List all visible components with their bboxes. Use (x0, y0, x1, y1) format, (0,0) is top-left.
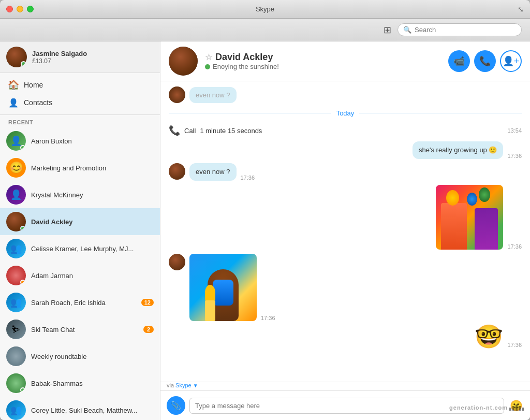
chat-header-status: Enoying the sunshine! (205, 63, 441, 70)
contact-avatar-adam (6, 266, 26, 285)
title-bar: Skype ⤡ (0, 0, 530, 19)
contact-avatar-corey: 👥 (6, 400, 26, 420)
search-bar[interactable]: 🔍 (398, 23, 522, 36)
contact-avatar-ski: ⛷ (6, 320, 26, 339)
msg-time-1: 17:36 (507, 153, 522, 159)
video-call-icon: 📹 (453, 55, 465, 67)
contact-avatar-weekly (6, 346, 26, 366)
contact-item-krystal[interactable]: 👤 Krystal McKinney (0, 181, 160, 208)
msg-time-3: 17:36 (507, 243, 522, 250)
nav-contacts-label: Contacts (24, 98, 52, 107)
contact-name-corey: Corey Little, Suki Beach, Matthew... (31, 407, 154, 414)
contact-avatar-krystal: 👤 (6, 185, 26, 205)
expand-icon[interactable]: ⤡ (518, 5, 524, 13)
chat-input-area: 📎 🙂 (160, 390, 530, 420)
prev-message-row: even now ? (169, 86, 522, 103)
msg-avatar-4 (169, 254, 185, 270)
star-icon[interactable]: ☆ (205, 52, 212, 62)
contact-item-aaron[interactable]: 👤 Aaron Buxton (0, 127, 160, 154)
contact-list: 👤 Aaron Buxton 😊 Marketing and Promotion… (0, 127, 160, 420)
call-time: 13:54 (507, 127, 522, 134)
add-person-icon: 👤+ (503, 55, 520, 67)
contact-item-david[interactable]: David Ackley (0, 208, 160, 235)
badge-ski: 2 (143, 326, 154, 333)
msg-time-2: 17:36 (241, 175, 255, 181)
contact-name-adam: Adam Jarman (31, 272, 154, 280)
message-row-2: even now ? 17:36 (169, 163, 522, 181)
sidebar: Jasmine Salgado £13.07 🏠 Home 👤 Contacts… (0, 41, 160, 420)
contacts-icon: 👤 (8, 97, 19, 108)
date-divider: Today (169, 108, 522, 118)
contact-avatar-aaron: 👤 (6, 131, 26, 151)
call-duration: 1 minute 15 seconds (200, 127, 262, 135)
via-dropdown-icon[interactable]: ▼ (193, 383, 198, 388)
contact-name-babak: Babak-Shammas (31, 380, 154, 387)
nav-home-label: Home (24, 81, 43, 89)
nav-contacts[interactable]: 👤 Contacts (0, 94, 160, 111)
chat-header-info: ☆ David Ackley Enoying the sunshine! (205, 52, 441, 70)
maximize-button[interactable] (27, 6, 34, 12)
message-row-3: 17:36 (169, 185, 522, 250)
paperclip-icon: 📎 (171, 401, 181, 411)
contact-item-marketing[interactable]: 😊 Marketing and Promotion (0, 154, 160, 181)
contact-item-adam[interactable]: Adam Jarman (0, 262, 160, 289)
contact-item-babak[interactable]: Babak-Shammas (0, 370, 160, 397)
app-container: Jasmine Salgado £13.07 🏠 Home 👤 Contacts… (0, 41, 530, 420)
phone-icon: 📞 (479, 55, 491, 67)
chat-panel: ☆ David Ackley Enoying the sunshine! 📹 📞 (160, 41, 530, 420)
contact-name-krystal: Krystal McKinney (31, 191, 154, 199)
video-call-button[interactable]: 📹 (448, 50, 470, 72)
search-input[interactable] (415, 26, 516, 34)
search-icon: 🔍 (403, 26, 411, 34)
minimize-button[interactable] (17, 6, 23, 12)
chat-header: ☆ David Ackley Enoying the sunshine! 📹 📞 (160, 41, 530, 81)
via-skype-link[interactable]: Skype (175, 382, 192, 388)
contact-avatar-marketing: 😊 (6, 158, 26, 178)
contact-name-ski: Ski Team Chat (31, 326, 138, 334)
incoming-image[interactable] (189, 254, 257, 321)
contact-avatar-sarah: 👥 (6, 293, 26, 312)
msg-avatar-2 (169, 163, 185, 180)
contact-item-sarah[interactable]: 👥 Sarah Roach, Eric Ishida 12 (0, 289, 160, 316)
msg-bubble-2: even now ? (189, 163, 237, 181)
contact-item-ski[interactable]: ⛷ Ski Team Chat 2 (0, 316, 160, 343)
contact-name-sarah: Sarah Roach, Eric Ishida (31, 299, 136, 307)
user-name: Jasmine Salgado (32, 50, 154, 57)
msg-bubble-1: she's really growing up 🙂 (413, 141, 503, 159)
chat-input-wrapper: via Skype ▼ 📎 🙂 (160, 382, 530, 420)
chat-actions: 📹 📞 👤+ (448, 50, 522, 72)
contact-avatar-babak (6, 373, 26, 393)
chat-header-name: ☆ David Ackley (205, 52, 441, 63)
contact-name-david: David Ackley (31, 218, 154, 226)
emoji-message: 🤓 (475, 325, 503, 348)
attach-button[interactable]: 📎 (167, 396, 185, 415)
contact-name-weekly: Weekly roundtable (31, 353, 154, 360)
close-button[interactable] (6, 6, 13, 12)
nav-home[interactable]: 🏠 Home (0, 76, 160, 94)
emoji-button[interactable]: 🙂 (508, 398, 524, 413)
grid-icon[interactable]: ⊞ (384, 24, 391, 36)
call-icon: 📞 (169, 125, 180, 136)
message-input[interactable] (189, 398, 504, 414)
contact-avatar-celisse: 👥 (6, 239, 26, 258)
add-contact-button[interactable]: 👤+ (500, 50, 522, 72)
msg-time-4: 17:36 (261, 315, 275, 321)
outgoing-image[interactable] (436, 185, 503, 250)
prev-msg-avatar (169, 86, 185, 103)
contact-name-marketing: Marketing and Promotion (31, 164, 154, 172)
message-row-5: 17:36 🤓 (169, 325, 522, 348)
via-skype-label: via Skype ▼ (160, 382, 530, 390)
sidebar-header: Jasmine Salgado £13.07 (0, 41, 160, 73)
home-icon: 🏠 (8, 80, 19, 90)
contact-item-corey[interactable]: 👥 Corey Little, Suki Beach, Matthew... (0, 397, 160, 420)
call-label: Call (184, 127, 196, 135)
message-row-1: 17:36 she's really growing up 🙂 (169, 141, 522, 159)
contact-name-celisse: Celisse Kramer, Lee Murphy, MJ... (31, 245, 154, 253)
chat-messages: even now ? Today 📞 Call 1 minute 15 seco… (160, 81, 530, 382)
user-info: Jasmine Salgado £13.07 (32, 50, 154, 65)
contact-item-celisse[interactable]: 👥 Celisse Kramer, Lee Murphy, MJ... (0, 235, 160, 262)
contact-item-weekly[interactable]: Weekly roundtable (0, 343, 160, 370)
prev-msg-bubble: even now ? (189, 87, 237, 103)
voice-call-button[interactable]: 📞 (474, 50, 496, 72)
recent-label: RECENT (0, 115, 160, 127)
